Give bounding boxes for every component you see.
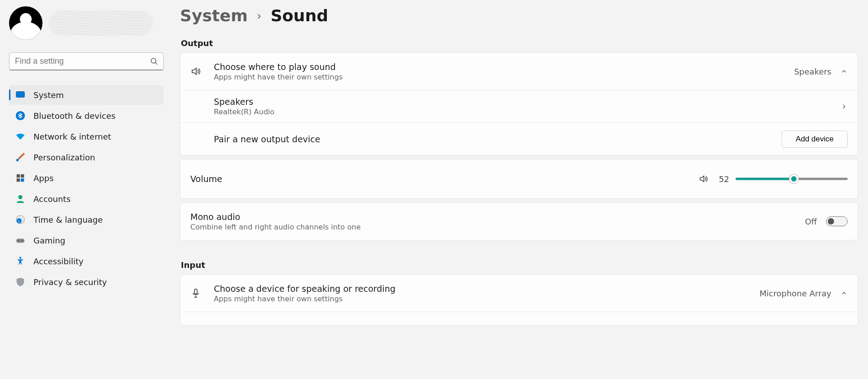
nav-label: Accounts: [33, 194, 71, 204]
row-title: Pair a new output device: [214, 134, 782, 144]
nav-label: Gaming: [33, 236, 65, 245]
nav-item-network[interactable]: Network & internet: [9, 126, 164, 146]
input-selected-value: Microphone Array: [760, 289, 831, 298]
choose-output-row[interactable]: Choose where to play sound Apps might ha…: [180, 53, 858, 90]
nav-label: Time & language: [33, 215, 103, 225]
clock-globe-icon: L: [15, 215, 25, 225]
section-header-input: Input: [181, 260, 858, 270]
chevron-up-icon: [840, 68, 848, 75]
search-icon: [150, 57, 158, 66]
nav-item-accounts[interactable]: Accounts: [9, 189, 164, 209]
nav-label: Accessibility: [33, 257, 84, 266]
choose-input-row[interactable]: Choose a device for speaking or recordin…: [180, 275, 858, 312]
device-name: Speakers: [214, 97, 840, 107]
person-icon: [15, 194, 25, 204]
nav-item-privacy[interactable]: Privacy & security: [9, 272, 164, 292]
section-header-output: Output: [181, 38, 858, 48]
mono-audio-card: Mono audio Combine left and right audio …: [180, 202, 858, 240]
user-account-block[interactable]: [9, 6, 164, 40]
svg-rect-6: [17, 174, 20, 178]
paintbrush-icon: [15, 152, 25, 162]
output-device-speakers[interactable]: Speakers Realtek(R) Audio: [180, 90, 858, 122]
output-selected-value: Speakers: [794, 67, 831, 76]
volume-slider[interactable]: [736, 174, 848, 183]
nav-label: System: [33, 90, 64, 100]
row-subtitle: Apps might have their own settings: [214, 295, 760, 303]
nav-list: System Bluetooth & devices Network & int…: [9, 85, 164, 292]
main-content: System › Sound Output Choose where to pl…: [172, 0, 868, 379]
device-driver: Realtek(R) Audio: [214, 108, 840, 116]
nav-label: Personalization: [33, 153, 95, 162]
nav-item-personalization[interactable]: Personalization: [9, 147, 164, 167]
volume-value: 52: [715, 174, 729, 184]
nav-label: Network & internet: [33, 132, 111, 141]
row-title: Choose where to play sound: [214, 62, 794, 72]
nav-item-gaming[interactable]: Gaming: [9, 230, 164, 250]
chevron-right-icon: ›: [257, 9, 261, 23]
nav-label: Privacy & security: [33, 277, 107, 287]
svg-point-0: [151, 58, 156, 63]
svg-point-17: [19, 257, 22, 259]
svg-text:L: L: [18, 220, 20, 223]
breadcrumb-parent[interactable]: System: [180, 6, 248, 25]
row-title: Choose a device for speaking or recordin…: [214, 284, 760, 294]
svg-rect-9: [21, 178, 24, 182]
search-field-wrap: [9, 52, 164, 70]
svg-rect-14: [16, 239, 24, 243]
gamepad-icon: [15, 235, 25, 245]
search-input[interactable]: [9, 52, 164, 70]
row-title: Mono audio: [190, 212, 805, 222]
shield-icon: [15, 277, 25, 287]
display-icon: [15, 90, 25, 100]
add-device-button[interactable]: Add device: [782, 131, 848, 148]
svg-point-10: [18, 195, 22, 199]
accessibility-icon: [15, 256, 25, 266]
nav-label: Apps: [33, 173, 54, 183]
svg-point-16: [21, 240, 23, 242]
wifi-icon: [15, 131, 25, 141]
svg-rect-18: [194, 289, 197, 294]
nav-item-bluetooth[interactable]: Bluetooth & devices: [9, 106, 164, 126]
avatar: [9, 6, 42, 40]
row-subtitle: Combine left and right audio channels in…: [190, 223, 805, 231]
nav-item-system[interactable]: System: [9, 85, 164, 105]
svg-point-5: [16, 159, 19, 162]
page-title: Sound: [270, 6, 328, 25]
svg-rect-2: [16, 92, 24, 98]
pair-output-row: Pair a new output device Add device: [180, 122, 858, 155]
nav-item-apps[interactable]: Apps: [9, 168, 164, 188]
nav-label: Bluetooth & devices: [33, 111, 115, 121]
output-device-group: Choose where to play sound Apps might ha…: [180, 52, 858, 155]
chevron-up-icon: [840, 290, 848, 297]
bluetooth-icon: [15, 111, 25, 121]
svg-line-1: [155, 62, 157, 65]
row-subtitle: Apps might have their own settings: [214, 73, 794, 81]
volume-card: Volume 52: [180, 159, 858, 199]
microphone-icon: [190, 288, 201, 299]
nav-item-time-language[interactable]: L Time & language: [9, 210, 164, 229]
breadcrumb: System › Sound: [180, 6, 858, 25]
svg-rect-7: [21, 174, 24, 178]
sidebar: System Bluetooth & devices Network & int…: [0, 0, 172, 379]
input-device-group: Choose a device for speaking or recordin…: [180, 274, 858, 326]
user-name-redacted: [49, 10, 153, 36]
chevron-right-icon: [840, 103, 848, 110]
mono-audio-toggle[interactable]: [826, 216, 848, 226]
speaker-icon: [190, 66, 201, 77]
input-device-partial[interactable]: [180, 312, 858, 325]
apps-icon: [15, 173, 25, 183]
mono-state-label: Off: [805, 217, 817, 226]
volume-row: Volume 52: [180, 159, 858, 198]
svg-rect-8: [17, 178, 20, 182]
svg-point-15: [18, 240, 19, 242]
mono-audio-row[interactable]: Mono audio Combine left and right audio …: [180, 203, 858, 240]
nav-item-accessibility[interactable]: Accessibility: [9, 251, 164, 271]
row-title: Volume: [190, 174, 698, 184]
volume-icon[interactable]: [698, 174, 708, 184]
